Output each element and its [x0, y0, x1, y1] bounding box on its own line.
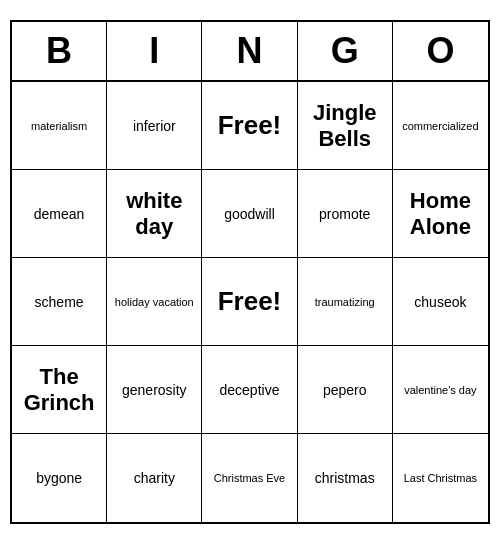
- bingo-cell: bygone: [12, 434, 107, 522]
- bingo-cell: goodwill: [202, 170, 297, 258]
- cell-text: valentine's day: [404, 384, 476, 396]
- bingo-cell: holiday vacation: [107, 258, 202, 346]
- bingo-cell: traumatizing: [298, 258, 393, 346]
- cell-text: Free!: [218, 110, 282, 141]
- cell-text: Home Alone: [399, 188, 482, 240]
- bingo-cell: deceptive: [202, 346, 297, 434]
- cell-text: scheme: [35, 294, 84, 310]
- cell-text: Jingle Bells: [304, 100, 386, 152]
- bingo-cell: scheme: [12, 258, 107, 346]
- cell-text: Free!: [218, 286, 282, 317]
- cell-text: bygone: [36, 470, 82, 486]
- bingo-cell: Last Christmas: [393, 434, 488, 522]
- bingo-cell: chuseok: [393, 258, 488, 346]
- bingo-card: BINGO materialisminferiorFree!Jingle Bel…: [10, 20, 490, 524]
- cell-text: demean: [34, 206, 85, 222]
- cell-text: generosity: [122, 382, 187, 398]
- cell-text: chuseok: [414, 294, 466, 310]
- cell-text: goodwill: [224, 206, 275, 222]
- bingo-cell: Free!: [202, 82, 297, 170]
- bingo-cell: Home Alone: [393, 170, 488, 258]
- bingo-cell: Jingle Bells: [298, 82, 393, 170]
- cell-text: commercialized: [402, 120, 478, 132]
- cell-text: holiday vacation: [115, 296, 194, 308]
- cell-text: pepero: [323, 382, 367, 398]
- bingo-cell: Free!: [202, 258, 297, 346]
- bingo-cell: pepero: [298, 346, 393, 434]
- header-letter: B: [12, 22, 107, 80]
- cell-text: deceptive: [220, 382, 280, 398]
- bingo-cell: inferior: [107, 82, 202, 170]
- cell-text: Last Christmas: [404, 472, 477, 484]
- cell-text: materialism: [31, 120, 87, 132]
- bingo-cell: promote: [298, 170, 393, 258]
- bingo-cell: white day: [107, 170, 202, 258]
- bingo-cell: valentine's day: [393, 346, 488, 434]
- header-letter: I: [107, 22, 202, 80]
- bingo-cell: charity: [107, 434, 202, 522]
- cell-text: promote: [319, 206, 370, 222]
- bingo-cell: generosity: [107, 346, 202, 434]
- bingo-cell: materialism: [12, 82, 107, 170]
- cell-text: The Grinch: [18, 364, 100, 416]
- bingo-cell: The Grinch: [12, 346, 107, 434]
- bingo-cell: demean: [12, 170, 107, 258]
- bingo-cell: commercialized: [393, 82, 488, 170]
- cell-text: charity: [134, 470, 175, 486]
- cell-text: inferior: [133, 118, 176, 134]
- bingo-cell: Christmas Eve: [202, 434, 297, 522]
- cell-text: christmas: [315, 470, 375, 486]
- cell-text: traumatizing: [315, 296, 375, 308]
- cell-text: Christmas Eve: [214, 472, 286, 484]
- bingo-cell: christmas: [298, 434, 393, 522]
- bingo-grid: materialisminferiorFree!Jingle Bellscomm…: [12, 82, 488, 522]
- header-letter: N: [202, 22, 297, 80]
- bingo-header: BINGO: [12, 22, 488, 82]
- header-letter: O: [393, 22, 488, 80]
- header-letter: G: [298, 22, 393, 80]
- cell-text: white day: [113, 188, 195, 240]
